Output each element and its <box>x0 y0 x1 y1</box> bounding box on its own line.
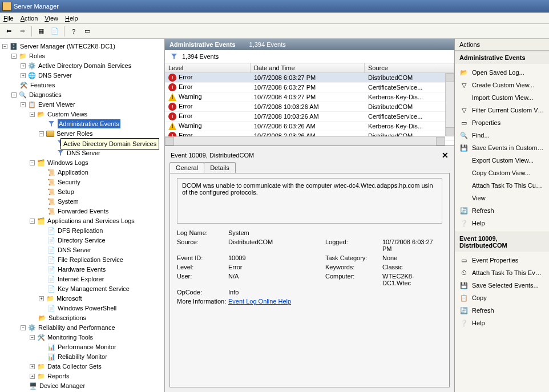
col-source[interactable]: Source <box>365 63 454 72</box>
help-button[interactable]: ? <box>67 25 80 38</box>
collapse-icon[interactable]: − <box>30 335 35 340</box>
tree-monitoring-tools[interactable]: −🛠️Monitoring Tools <box>30 333 164 342</box>
action-item[interactable]: ▭Properties <box>455 116 549 129</box>
tree-subscriptions[interactable]: 📂Subscriptions <box>30 313 164 322</box>
action-item[interactable]: 📋Copy <box>455 292 549 304</box>
scroll-left-icon[interactable] <box>165 137 174 146</box>
action-item[interactable]: ⏲Attach Task To This Event... <box>455 266 549 279</box>
event-row[interactable]: !Error10/7/2008 6:03:27 PMCertificateSer… <box>165 83 454 92</box>
tree-item[interactable]: +⚙️Active Directory Domain Services <box>21 61 164 70</box>
collapse-icon[interactable]: − <box>11 92 17 98</box>
action-item[interactable]: 💾Save Events in Custom View <box>455 142 549 154</box>
tree-item[interactable]: 📄Hardware Events <box>39 265 164 274</box>
expand-icon[interactable]: + <box>21 73 26 78</box>
tree-diagnostics[interactable]: −🔍Diagnostics <box>11 90 164 99</box>
action-item[interactable]: 💾Save Selected Events... <box>455 279 549 292</box>
panel-button[interactable]: ▭ <box>81 25 94 38</box>
collapse-icon[interactable]: − <box>2 44 7 49</box>
tree-features[interactable]: ⚒️Features <box>11 80 164 90</box>
tree-item[interactable]: 📄DNS Server <box>39 245 164 254</box>
tree-item[interactable]: 📜System <box>39 197 164 206</box>
tab-general[interactable]: General <box>169 162 204 173</box>
action-item[interactable]: ▽Create Custom View... <box>455 79 549 91</box>
action-item[interactable]: ▽Filter Current Custom View... <box>455 104 549 116</box>
tree-windows-logs[interactable]: −🗂️Windows Logs <box>30 158 164 167</box>
collapse-icon[interactable]: − <box>30 112 35 117</box>
event-row[interactable]: !Error10/7/2008 10:03:26 AMDistributedCO… <box>165 102 454 112</box>
action-item[interactable]: 📂Open Saved Log... <box>455 66 549 79</box>
tree-microsoft[interactable]: +📁Microsoft <box>39 294 164 303</box>
event-row[interactable]: !Error10/7/2008 6:03:27 PMDistributedCOM <box>165 73 454 83</box>
tree-item[interactable]: 📜Setup <box>39 187 164 196</box>
tree-event-viewer[interactable]: −📋Event Viewer <box>21 100 164 109</box>
menu-help[interactable]: Help <box>65 15 78 22</box>
scroll-up-icon[interactable] <box>446 73 454 82</box>
tree-item[interactable]: DNS Server <box>48 148 164 157</box>
tree-item[interactable]: 📄Key Management Service <box>39 284 164 293</box>
navigation-tree[interactable]: −🗄️Server Manager (WTEC2K8-DC1) −📁Roles … <box>0 39 165 392</box>
collapse-icon[interactable]: − <box>30 160 35 165</box>
tree-custom-views[interactable]: −📂Custom Views <box>30 110 164 119</box>
event-row[interactable]: !Warning10/7/2008 4:03:27 PMKerberos-Key… <box>165 92 454 102</box>
action-item[interactable]: View <box>455 192 549 204</box>
tree-roles[interactable]: −📁Roles <box>11 51 164 60</box>
action-item[interactable]: ❔Help <box>455 317 549 329</box>
expand-icon[interactable]: + <box>30 364 35 369</box>
scroll-down-icon[interactable] <box>446 127 454 136</box>
action-item[interactable]: Attach Task To This Custom <box>455 179 549 192</box>
scroll-right-icon[interactable] <box>436 137 445 146</box>
expand-icon[interactable]: + <box>30 374 35 379</box>
collapse-icon[interactable]: − <box>30 219 35 224</box>
tree-item[interactable]: 📊Reliability Monitor <box>39 352 164 361</box>
menu-view[interactable]: View <box>45 15 58 22</box>
action-item[interactable]: 🔄Refresh <box>455 304 549 317</box>
tree-item[interactable]: 📜Application <box>39 168 164 177</box>
close-detail-button[interactable]: ✕ <box>442 151 449 160</box>
tree-apps-logs[interactable]: −🗂️Applications and Services Logs <box>30 216 164 225</box>
col-level[interactable]: Level <box>165 63 251 72</box>
vertical-scrollbar[interactable] <box>445 73 454 136</box>
event-log-help-link[interactable]: Event Log Online Help <box>228 298 291 305</box>
collapse-icon[interactable]: − <box>39 131 44 136</box>
tree-root[interactable]: −🗄️Server Manager (WTEC2K8-DC1) <box>2 42 164 51</box>
action-item[interactable]: ❔Help <box>455 217 549 229</box>
action-item[interactable]: 🔍Find... <box>455 129 549 142</box>
tree-item[interactable]: +🌐DNS Server <box>21 71 164 80</box>
forward-button[interactable]: ➡ <box>16 25 29 38</box>
action-item[interactable]: 🔄Refresh <box>455 204 549 217</box>
tree-item[interactable]: 📄Directory Service <box>39 236 164 245</box>
tab-details[interactable]: Details <box>204 162 236 173</box>
expand-icon[interactable]: + <box>39 296 44 301</box>
tree-item[interactable]: +📁Data Collector Sets <box>30 362 164 371</box>
properties-button[interactable]: 📄 <box>49 25 61 38</box>
tree-item[interactable]: +📁Reports <box>30 371 164 381</box>
action-item[interactable]: Import Custom View... <box>455 91 549 104</box>
tree-server-roles[interactable]: −Server Roles <box>39 129 164 138</box>
tree-item[interactable]: 📄Windows PowerShell <box>39 304 164 313</box>
tree-item[interactable]: 📜Forwarded Events <box>39 207 164 216</box>
tree-item[interactable]: 📄File Replication Service <box>39 255 164 264</box>
horizontal-scrollbar[interactable] <box>165 136 445 146</box>
action-item[interactable]: ▭Event Properties <box>455 254 549 266</box>
collapse-icon[interactable]: − <box>11 54 17 59</box>
back-button[interactable]: ⬅ <box>2 25 15 38</box>
event-row[interactable]: !Error10/7/2008 10:03:26 AMCertificateSe… <box>165 112 454 122</box>
tree-item[interactable]: 📄DFS Replication <box>39 226 164 235</box>
tree-item[interactable]: 📜Security <box>39 177 164 187</box>
menu-file[interactable]: File <box>3 15 14 22</box>
tree-rel-perf[interactable]: −⚙️Reliability and Performance <box>21 323 164 332</box>
menu-action[interactable]: Action <box>21 15 38 22</box>
expand-icon[interactable]: + <box>21 63 26 68</box>
tree-device-mgr[interactable]: 🖥️Device Manager <box>21 381 164 390</box>
event-row[interactable]: !Warning10/7/2008 6:03:26 AMKerberos-Key… <box>165 122 454 131</box>
col-date[interactable]: Date and Time <box>251 63 365 72</box>
collapse-icon[interactable]: − <box>21 102 26 107</box>
events-list[interactable]: Level Date and Time Source !Error10/7/20… <box>165 63 454 146</box>
collapse-icon[interactable]: − <box>21 325 26 330</box>
action-item[interactable]: Export Custom View... <box>455 154 549 167</box>
action-item[interactable]: Copy Custom View... <box>455 167 549 179</box>
tree-item[interactable]: 📊Performance Monitor <box>39 342 164 351</box>
tree-item[interactable]: 📄Internet Explorer <box>39 274 164 284</box>
show-hide-tree-button[interactable]: ▦ <box>35 25 47 38</box>
tree-admin-events[interactable]: Administrative Events <box>39 119 164 128</box>
